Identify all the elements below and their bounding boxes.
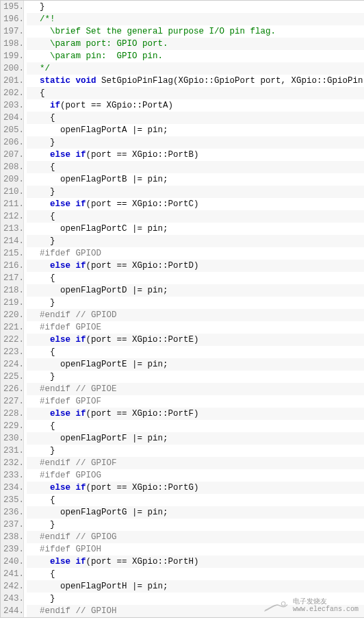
line-number: 223. (3, 346, 19, 358)
line-number: 219. (3, 297, 19, 309)
token-kw: else if (50, 150, 86, 160)
code-line[interactable]: #ifdef GPIOD (27, 247, 364, 260)
code-line[interactable]: else if(port == XGpio::PortC) (27, 198, 364, 210)
code-line[interactable]: } (27, 593, 364, 605)
code-line[interactable]: \param port: GPIO port. (27, 38, 364, 50)
token-text: (port == XGpio::PortF) (86, 409, 199, 419)
code-line[interactable]: else if(port == XGpio::PortG) (27, 482, 364, 494)
token-text (29, 409, 50, 419)
line-number: 198. (3, 38, 19, 50)
token-text: (port == XGpio::PortA) (60, 101, 173, 110)
code-line[interactable]: */ (27, 62, 364, 75)
token-pp: #ifdef GPIOE (29, 323, 101, 332)
token-text: (port == XGpio::PortB) (86, 150, 199, 160)
line-number: 226. (3, 383, 19, 395)
token-punc: { (29, 88, 45, 98)
code-line[interactable]: } (27, 371, 364, 383)
line-number: 207. (3, 149, 19, 161)
token-text (29, 101, 50, 110)
code-editor[interactable]: 195.196.197.198.199.200.201.202.203.204.… (0, 0, 364, 618)
code-line[interactable]: else if(port == XGpio::PortH) (27, 556, 364, 568)
token-kw: else if (50, 261, 86, 271)
token-doccomment: */ (29, 64, 50, 73)
code-line[interactable]: { (27, 272, 364, 284)
line-number: 240. (3, 556, 19, 568)
line-number: 235. (3, 494, 19, 506)
line-number: 208. (3, 161, 19, 173)
code-line[interactable]: else if(port == XGpio::PortB) (27, 149, 364, 161)
code-line[interactable]: openFlagPortD |= pin; (27, 284, 364, 297)
code-line[interactable]: { (27, 346, 364, 358)
line-number: 244. (3, 605, 19, 617)
code-line[interactable]: } (27, 519, 364, 531)
code-line[interactable]: } (27, 297, 364, 309)
code-line[interactable]: } (27, 186, 364, 198)
token-pp: #endif (29, 384, 70, 394)
token-text: openFlagPortH |= pin; (29, 582, 168, 591)
code-line[interactable]: #endif // GPIOD (27, 309, 364, 321)
token-pp: #endif (29, 532, 70, 542)
code-line[interactable]: openFlagPortH |= pin; (27, 580, 364, 593)
code-line[interactable]: { (27, 494, 364, 506)
token-punc: { (29, 273, 55, 283)
code-line[interactable]: { (27, 210, 364, 223)
code-line[interactable]: else if(port == XGpio::PortE) (27, 334, 364, 346)
code-line[interactable]: openFlagPortF |= pin; (27, 432, 364, 445)
line-number-gutter: 195.196.197.198.199.200.201.202.203.204.… (1, 1, 24, 617)
token-doccomment: \param pin: GPIO pin. (29, 51, 163, 61)
code-line[interactable]: } (27, 445, 364, 457)
code-line[interactable]: } (27, 136, 364, 149)
code-line[interactable]: { (27, 87, 364, 99)
code-line[interactable]: openFlagPortG |= pin; (27, 506, 364, 519)
token-text (29, 483, 50, 493)
code-line[interactable]: #ifdef GPIOH (27, 543, 364, 556)
token-text: openFlagPortA |= pin; (29, 125, 168, 135)
code-line[interactable]: openFlagPortB |= pin; (27, 173, 364, 186)
code-line[interactable]: { (27, 161, 364, 173)
code-line[interactable]: openFlagPortE |= pin; (27, 358, 364, 371)
code-line[interactable]: openFlagPortA |= pin; (27, 124, 364, 136)
token-punc: } (29, 187, 55, 197)
line-number: 212. (3, 210, 19, 223)
code-line[interactable]: { (27, 112, 364, 124)
token-pp: #ifdef GPIOG (29, 471, 101, 480)
token-text (29, 335, 50, 345)
code-line[interactable]: else if(port == XGpio::PortD) (27, 260, 364, 272)
code-line[interactable]: #endif // GPIOF (27, 457, 364, 469)
line-number: 210. (3, 186, 19, 198)
line-number: 227. (3, 395, 19, 408)
code-line[interactable]: #endif // GPIOG (27, 531, 364, 543)
token-text (29, 76, 40, 86)
code-line[interactable]: #endif // GPIOH (27, 605, 364, 617)
code-line[interactable]: } (27, 1, 364, 13)
code-line[interactable]: \brief Set the general purpose I/O pin f… (27, 25, 364, 38)
code-area[interactable]: } /*! \brief Set the general purpose I/O… (24, 1, 364, 617)
token-punc: { (29, 162, 55, 172)
line-number: 241. (3, 568, 19, 580)
token-doccomment: \brief Set the general purpose I/O pin f… (29, 27, 276, 36)
token-punc: { (29, 113, 55, 123)
code-line[interactable]: openFlagPortC |= pin; (27, 223, 364, 235)
code-line[interactable]: else if(port == XGpio::PortF) (27, 408, 364, 420)
code-line[interactable]: } (27, 235, 364, 247)
code-line[interactable]: { (27, 420, 364, 432)
token-text (29, 199, 50, 209)
line-number: 229. (3, 420, 19, 432)
code-line[interactable]: static void SetGpioPinFlag(XGpio::GpioPo… (27, 75, 364, 87)
code-line[interactable]: if(port == XGpio::PortA) (27, 99, 364, 112)
code-line[interactable]: \param pin: GPIO pin. (27, 50, 364, 62)
token-pp: #endif (29, 458, 70, 468)
line-number: 199. (3, 50, 19, 62)
code-line[interactable]: #ifdef GPIOF (27, 395, 364, 408)
line-number: 214. (3, 235, 19, 247)
code-line[interactable]: #ifdef GPIOE (27, 321, 364, 334)
code-line[interactable]: { (27, 568, 364, 580)
code-line[interactable]: #endif // GPIOE (27, 383, 364, 395)
token-text: openFlagPortB |= pin; (29, 175, 168, 184)
code-line[interactable]: /*! (27, 13, 364, 25)
token-text (29, 150, 50, 160)
token-pp: #ifdef GPIOD (29, 249, 101, 258)
token-kw: if (50, 101, 60, 110)
code-line[interactable]: #ifdef GPIOG (27, 469, 364, 482)
token-text: (port == XGpio::PortG) (86, 483, 199, 493)
